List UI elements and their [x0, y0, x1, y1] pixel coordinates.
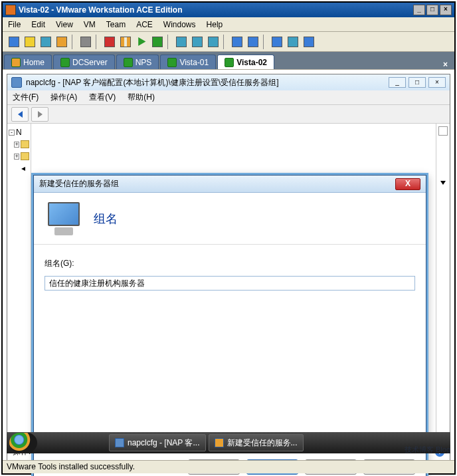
chevron-down-icon[interactable] [440, 181, 446, 185]
wizard-titlebar: 新建受信任的服务器组 X [34, 176, 426, 193]
tb-reset[interactable] [54, 35, 69, 49]
mmc-menubar: 文件(F) 操作(A) 查看(V) 帮助(H) [7, 90, 450, 105]
tb-console[interactable] [302, 35, 316, 49]
group-name-input[interactable] [45, 276, 415, 291]
mmc-maximize[interactable]: □ [409, 77, 426, 88]
menu-ace[interactable]: ACE [136, 20, 153, 29]
tb-poweroff[interactable] [7, 35, 21, 49]
wizard-close-button[interactable]: X [395, 178, 420, 190]
vmware-icon [5, 5, 16, 15]
menu-windows[interactable]: Windows [163, 20, 196, 29]
mmc-titlebar: napclcfg - [NAP 客户端配置(本地计算机)\健康注册设置\受信任服… [7, 74, 450, 90]
tab-nps[interactable]: NPS [116, 55, 159, 69]
minimize-button[interactable]: _ [413, 5, 425, 15]
vmware-statusbar: VMware Tools installed successfully. [3, 460, 454, 473]
menu-edit[interactable]: Edit [31, 20, 45, 29]
wizard-header: 组名 [34, 193, 426, 245]
mmc-menu-view[interactable]: 查看(V) [89, 92, 116, 103]
menu-vm[interactable]: VM [84, 20, 96, 29]
mmc-toolbar [7, 105, 450, 124]
vista-taskbar: napclcfg - [NAP 客... 新建受信任的服务... [7, 432, 450, 453]
mmc-actions-pane [436, 124, 450, 444]
tb-snap1[interactable] [174, 35, 189, 49]
actions-toggle[interactable] [438, 126, 448, 136]
mmc-tree[interactable]: -N + + ◂ [7, 124, 31, 444]
tab-dcserver[interactable]: DCServer [53, 55, 115, 69]
vm-tabbar: Home DCServer NPS Vista-01 Vista-02 × [3, 52, 454, 69]
tb-suspend[interactable] [23, 35, 37, 49]
wizard-heading: 组名 [94, 211, 118, 227]
monitor-icon [45, 202, 83, 235]
nav-back[interactable] [11, 107, 29, 122]
tb-snap2[interactable] [190, 35, 205, 49]
menu-file[interactable]: File [8, 20, 21, 29]
tb-fullscr[interactable] [230, 35, 244, 49]
tab-vista02[interactable]: Vista-02 [217, 55, 274, 69]
menu-view[interactable]: View [56, 20, 73, 29]
vmware-menubar: File Edit View VM Team ACE Windows Help [3, 17, 454, 32]
tb-snapshot[interactable] [78, 35, 93, 49]
tab-home[interactable]: Home [4, 55, 52, 69]
tab-close-x[interactable]: × [438, 60, 453, 69]
tab-vista01[interactable]: Vista-01 [160, 55, 216, 69]
tb-restart[interactable] [150, 35, 165, 49]
restore-button[interactable]: □ [426, 5, 438, 15]
mmc-menu-file[interactable]: 文件(F) [13, 92, 39, 103]
mmc-menu-action[interactable]: 操作(A) [50, 92, 77, 103]
tb-stop[interactable] [102, 35, 117, 49]
nav-forward[interactable] [31, 107, 48, 122]
vmware-titlebar: Vista-02 - VMware Workstation ACE Editio… [3, 3, 454, 17]
task-napclcfg[interactable]: napclcfg - [NAP 客... [109, 434, 206, 451]
menu-help[interactable]: Help [207, 20, 223, 29]
tb-play[interactable] [134, 35, 149, 49]
mmc-minimize[interactable]: _ [389, 77, 406, 88]
mmc-menu-help[interactable]: 帮助(H) [128, 92, 155, 103]
tb-poweron[interactable] [39, 35, 53, 49]
tb-summary[interactable] [286, 35, 300, 49]
task-wizard[interactable]: 新建受信任的服务... [209, 434, 304, 451]
menu-team[interactable]: Team [106, 20, 126, 29]
tb-snapmgr[interactable] [206, 35, 221, 49]
start-button[interactable] [9, 433, 37, 453]
mmc-title-text: napclcfg - [NAP 客户端配置(本地计算机)\健康注册设置\受信任服… [26, 77, 278, 88]
guest-display: napclcfg - [NAP 客户端配置(本地计算机)\健康注册设置\受信任服… [3, 69, 454, 473]
vmware-toolbar [3, 32, 454, 52]
vmware-title-text: Vista-02 - VMware Workstation ACE Editio… [19, 5, 183, 15]
tb-quick[interactable] [246, 35, 260, 49]
wizard-title-text: 新建受信任的服务器组 [39, 178, 119, 189]
group-name-label: 组名(G): [45, 258, 415, 269]
vmware-status-text: VMware Tools installed successfully. [7, 462, 135, 471]
wizard-dialog: 新建受信任的服务器组 X 组名 组名(G): 上一步(P) 下一步(N) 完成(… [33, 175, 426, 476]
tb-pause[interactable] [118, 35, 133, 49]
mmc-app-icon [11, 77, 22, 88]
close-button[interactable]: × [440, 5, 452, 15]
tb-unity[interactable] [270, 35, 284, 49]
mmc-close[interactable]: × [428, 77, 446, 88]
